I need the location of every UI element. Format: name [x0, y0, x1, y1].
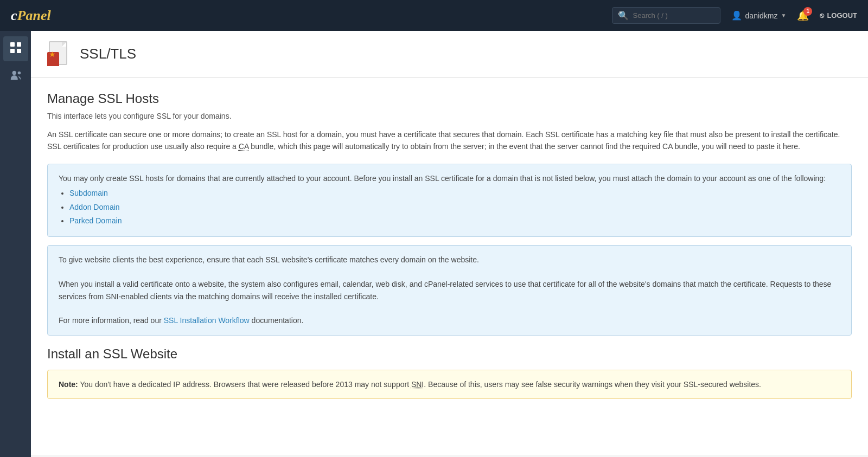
- search-icon: 🔍: [618, 10, 629, 21]
- main-description: An SSL certificate can secure one or mor…: [47, 128, 852, 153]
- content-body: Manage SSL Hosts This interface lets you…: [31, 78, 868, 455]
- list-item-addon-domain: Addon Domain: [69, 201, 840, 213]
- username-label: danidkmz: [745, 11, 778, 20]
- svg-rect-0: [10, 42, 15, 47]
- sidebar-item-apps[interactable]: [3, 36, 28, 61]
- manage-ssl-description: This interface lets you configure SSL fo…: [47, 112, 852, 120]
- page-icon: ★: [44, 39, 72, 69]
- main-layout: ★ SSL/TLS Manage SSL Hosts This interfac…: [0, 31, 868, 457]
- svg-point-4: [12, 70, 16, 74]
- users-icon: [10, 69, 22, 84]
- svg-rect-3: [17, 49, 21, 53]
- domain-type-list: Subdomain Addon Domain Parked Domain: [69, 187, 840, 227]
- info-box-2-text3: For more information, read our SSL Insta…: [59, 314, 840, 326]
- info-box-2-suffix: documentation.: [250, 316, 304, 325]
- search-input[interactable]: [633, 11, 709, 20]
- info-box-2-text1: To give website clients the best experie…: [59, 254, 840, 266]
- page-header: ★ SSL/TLS: [31, 31, 868, 78]
- svg-point-5: [17, 71, 20, 74]
- subdomain-link[interactable]: Subdomain: [69, 189, 108, 197]
- sidebar: [0, 31, 31, 457]
- cpanel-logo: cPanel: [11, 8, 51, 24]
- install-ssl-heading: Install an SSL Website: [47, 346, 852, 362]
- main-content: ★ SSL/TLS Manage SSL Hosts This interfac…: [31, 31, 868, 457]
- notification-badge: 1: [803, 7, 812, 16]
- notifications-button[interactable]: 🔔 1: [797, 10, 809, 22]
- addon-domain-link[interactable]: Addon Domain: [69, 203, 120, 211]
- ssl-icon: ★: [47, 41, 69, 67]
- chevron-down-icon: ▼: [781, 12, 786, 18]
- svg-rect-1: [17, 42, 21, 47]
- warning-box-ip: Note: You don't have a dedicated IP addr…: [47, 370, 852, 399]
- warning-text: You don't have a dedicated IP address. B…: [78, 380, 761, 389]
- info-box-2-text2: When you install a valid certificate ont…: [59, 278, 840, 302]
- parked-domain-link[interactable]: Parked Domain: [69, 216, 122, 225]
- logout-label: LOGOUT: [827, 11, 857, 20]
- sidebar-item-users[interactable]: [3, 64, 28, 89]
- info-box-2-prefix: For more information, read our: [59, 316, 164, 325]
- info-box-1-text: You may only create SSL hosts for domain…: [59, 174, 826, 183]
- svg-rect-2: [10, 49, 15, 53]
- navbar-left: cPanel: [11, 8, 51, 24]
- logout-button[interactable]: ⎋ LOGOUT: [820, 11, 857, 20]
- ssl-workflow-link[interactable]: SSL Installation Workflow: [164, 316, 250, 325]
- warning-note-label: Note:: [59, 380, 78, 389]
- list-item-parked-domain: Parked Domain: [69, 215, 840, 227]
- navbar-right: 🔍 👤 danidkmz ▼ 🔔 1 ⎋ LOGOUT: [612, 7, 857, 24]
- info-box-domains: You may only create SSL hosts for domain…: [47, 164, 852, 237]
- logout-icon: ⎋: [820, 11, 824, 20]
- info-box-workflow: To give website clients the best experie…: [47, 245, 852, 335]
- user-menu[interactable]: 👤 danidkmz ▼: [731, 10, 787, 21]
- page-title: SSL/TLS: [80, 46, 136, 62]
- user-icon: 👤: [731, 10, 742, 21]
- top-navbar: cPanel 🔍 👤 danidkmz ▼ 🔔 1 ⎋ LOGOUT: [0, 0, 868, 31]
- search-box[interactable]: 🔍: [612, 7, 720, 24]
- grid-icon: [10, 42, 22, 56]
- list-item-subdomain: Subdomain: [69, 187, 840, 199]
- manage-ssl-heading: Manage SSL Hosts: [47, 91, 852, 106]
